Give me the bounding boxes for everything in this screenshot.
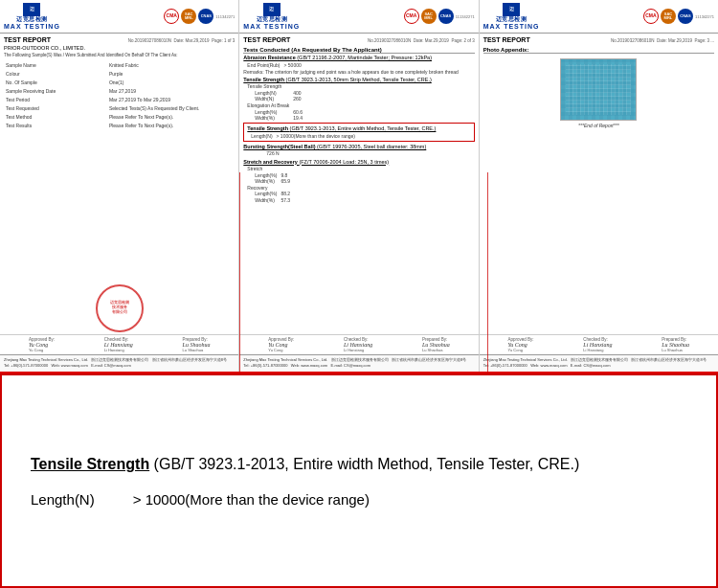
report-page-3: Page: 3 ... <box>694 38 714 43</box>
report-number-3: No.20190327086010N <box>611 38 654 43</box>
info-value: Knitted Fabric <box>109 61 233 68</box>
info-value: Mar 27,2019 To Mar 29,2019 <box>109 96 233 102</box>
fabric-texture-svg <box>561 58 636 121</box>
report-number-1: No.20190327086010N <box>128 38 171 43</box>
cnas-badge-3: CNAS <box>678 9 693 24</box>
info-value: Mar 27,2019 <box>109 87 233 94</box>
cnas-badge-1: CNAS <box>198 9 213 24</box>
logo-english-1: MAX TESTING <box>4 23 60 31</box>
info-value: Please Refer To Next Page(s). <box>109 122 233 128</box>
info-value: Purple <box>109 70 233 77</box>
reports-container: 迈 迈竞思检测 MAX TESTING CMA SACMRL CNAS 1113… <box>0 0 718 373</box>
report-title-3: TEST REPORT <box>483 36 530 43</box>
report-meta-3: No.20190327086010N Date: Mar.29,2019 Pag… <box>611 38 714 43</box>
report-body-1: TEST REPORT No.20190327086010N Date: Mar… <box>0 34 238 282</box>
logo-icon-2: 迈 <box>263 3 280 16</box>
signature-row-3: Approved By: Yu Cong Yu Cong Checked By:… <box>480 334 718 354</box>
report-panel-2: 迈 迈竞思检测 MAX TESTING CMA SACMRL CNAS 1113… <box>239 0 479 372</box>
report-title-1: TEST REPORT <box>4 36 51 43</box>
sig-prepared-2: Prepared By: Lu Shaohua Lu Shaohua <box>422 337 450 352</box>
test-stretch: Stretch and Recovery (FZ/T 70006-2004 Lo… <box>243 159 474 204</box>
cma-badge-1: CMA <box>164 9 179 24</box>
photo-area: ***End of Report*** <box>483 55 714 132</box>
intro-text-1: The Following Sample(S) Was / Were Submi… <box>4 53 235 57</box>
report-meta-1: No.20190327086010N Date: Mar.29,2019 Pag… <box>128 38 236 43</box>
cac-badge-3: SACMRL <box>661 9 676 24</box>
info-row: Test RequestedSelected Tests(S) As Reque… <box>6 104 233 111</box>
report-page-2: Page: 2 of 3 <box>451 38 474 43</box>
logo-icon-1: 迈 <box>23 3 40 16</box>
info-table-1: Sample NameKnitted Fabric ColourPurple N… <box>4 59 235 130</box>
enlarged-title: Tensile Strength (GB/T 3923.1-2013, Enti… <box>31 454 687 475</box>
logo-group-2: 迈 迈竞思检测 MAX TESTING <box>243 3 300 30</box>
cert-number-2: 111342271 <box>456 14 475 19</box>
sig-checked-3: Checked By: Li Hanxiang Li Hanxiang <box>583 337 612 352</box>
report-body-3: TEST REPORT No.20190327086010N Date: Mar… <box>480 34 718 334</box>
red-seal-1: 迈竞思检测 技术服务 有限公司 <box>96 284 144 332</box>
cert-number-1: 111342271 <box>215 14 235 19</box>
stretch-params: Stretch Length(%)9.8 Width(%)65.9 Recove… <box>243 166 474 204</box>
info-row: No. Of SampleOne(1) <box>6 79 233 85</box>
maxtest-logo-2: 迈 迈竞思检测 MAX TESTING <box>243 3 300 30</box>
logo-chinese-2: 迈竞思检测 <box>257 16 288 23</box>
info-label: No. Of Sample <box>6 79 107 85</box>
sig-prepared-1: Prepared By: Lu Shaohua Lu Shaohua <box>183 337 211 352</box>
info-row: Test PeriodMar 27,2019 To Mar 29,2019 <box>6 96 233 102</box>
report-page-1: Page: 1 of 3 <box>212 38 235 43</box>
signature-row-2: Approved By: Yu Cong Yu Cong Checked By:… <box>239 334 478 354</box>
test-tensile-entire-highlight: Tensile Strength (GB/T 3923.1-2013, Enti… <box>243 123 474 142</box>
maxtest-logo-3: 迈 迈竞思检测 MAX TESTING <box>483 3 540 30</box>
sig-approved-3: Approved By: Yu Cong Yu Cong <box>508 337 534 352</box>
sig-approved-2: Approved By: Yu Cong Yu Cong <box>268 337 294 352</box>
enlarged-label: Length(N) <box>31 491 95 508</box>
cnas-badge-2: CNAS <box>438 9 454 24</box>
sig-checked-2: Checked By: Li Hanxiang Li Hanxiang <box>344 337 372 352</box>
company-name-1: PRIOR-OUTDOOR CO., LIMITED. <box>4 45 235 51</box>
cert-number-3: 111342271 <box>695 14 714 19</box>
report-meta-2: No.20190327086010N Date: Mar.29,2019 Pag… <box>368 38 475 43</box>
footer-bar-2: Zhejiang Max Testing Technical Services … <box>239 354 478 372</box>
report-header-3: 迈 迈竞思检测 MAX TESTING CMA SACMRL CNAS 1113… <box>480 0 718 34</box>
info-row: Sample NameKnitted Fabric <box>6 61 233 68</box>
report-panel-1: 迈 迈竞思检测 MAX TESTING CMA SACMRL CNAS 1113… <box>0 0 239 372</box>
info-label: Colour <box>6 70 107 77</box>
info-label: Test Requested <box>6 104 107 111</box>
seal-text-1: 迈竞思检测 技术服务 有限公司 <box>110 301 129 314</box>
info-row: ColourPurple <box>6 70 233 77</box>
tensile-50mm-params: Tensile Strength Length(N)400 Width(N)26… <box>243 83 474 122</box>
section-title-2: Tests Conducted (As Requested By The App… <box>243 47 474 54</box>
sig-checked-1: Checked By: Li Hanxiang Li Hanxiang <box>104 337 133 352</box>
cma-badge-3: CMA <box>643 9 659 24</box>
enlarged-title-underlined: Tensile Strength <box>31 456 149 472</box>
svg-rect-4 <box>561 58 636 121</box>
info-row: Test MethodPlease Refer To Next Page(s). <box>6 113 233 120</box>
fabric-photo <box>560 58 637 121</box>
logo-chinese-3: 迈竞思检测 <box>496 16 527 23</box>
logo-english-3: MAX TESTING <box>483 23 540 31</box>
cac-badge-1: SACMRL <box>181 9 196 24</box>
report-date-1: Date: Mar.29,2019 <box>174 38 210 43</box>
report-panel-3: 迈 迈竞思检测 MAX TESTING CMA SACMRL CNAS 1113… <box>480 0 718 372</box>
tensile-entire-title: Tensile Strength (GB/T 3923.1-2013, Enti… <box>247 125 470 131</box>
enlarged-value: > 10000(More than the device range) <box>133 491 370 508</box>
info-label: Test Period <box>6 96 107 102</box>
info-value: One(1) <box>109 79 233 85</box>
bursting-params: 726 N <box>243 150 474 157</box>
logo-icon-3: 迈 <box>503 3 520 16</box>
test-bursting: Bursting Strength(Steel Ball) (GB/T 1997… <box>243 144 474 157</box>
report-title-2: TEST REPORT <box>243 36 290 43</box>
sig-prepared-3: Prepared By: Lu Shaohua Lu Shaohua <box>662 337 689 352</box>
logo-group-1: 迈 迈竞思检测 MAX TESTING <box>4 3 60 30</box>
info-label: Sample Receiving Date <box>6 87 107 94</box>
stretch-title: Stretch and Recovery (FZ/T 70006-2004 Lo… <box>243 159 474 165</box>
footer-bar-3: Zhejiang Max Testing Technical Services … <box>480 354 718 372</box>
info-label: Sample Name <box>6 61 107 68</box>
info-value: Selected Tests(S) As Requested By Client… <box>109 104 233 111</box>
photo-label: ***End of Report*** <box>578 123 619 128</box>
footer-bar-1: Zhejiang Max Testing Technical Services … <box>0 354 238 372</box>
abrasion-title: Abrasion Resistance (GB/T 21196.2-2007, … <box>243 55 474 60</box>
enlarged-box: Tensile Strength (GB/T 3923.1-2013, Enti… <box>0 373 718 588</box>
test-tensile-50mm: Tensile Strength (GB/T 3923.1-2013, 50mm… <box>243 77 474 122</box>
report-date-3: Date: Mar.29,2019 <box>657 38 692 43</box>
enlarged-value-row: Length(N) > 10000(More than the device r… <box>31 491 687 508</box>
